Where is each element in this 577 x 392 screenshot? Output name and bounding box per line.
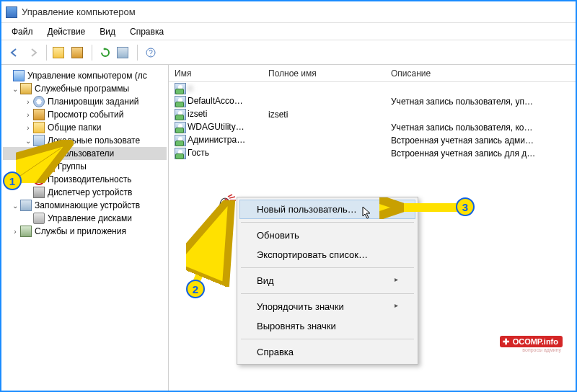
tree-label: Общие папки bbox=[48, 122, 101, 133]
annotation-arrow-1 bbox=[16, 140, 74, 183]
tree-label: Планировщик заданий bbox=[48, 97, 138, 107]
cell-description: Учетная запись пользователя, уп… bbox=[385, 97, 576, 107]
expand-icon[interactable]: › bbox=[23, 124, 33, 132]
list-item[interactable]: WDAGUtility… Учетная запись пользователя… bbox=[169, 121, 576, 134]
menu-help[interactable]: Справка bbox=[124, 25, 169, 38]
watermark-subtext: вопросы админу bbox=[522, 347, 561, 352]
expand-icon[interactable]: › bbox=[23, 98, 33, 106]
list-item[interactable]: DefaultAcco… Учетная запись пользователя… bbox=[169, 95, 576, 108]
cell-description: Встроенная учетная запись для д… bbox=[385, 148, 576, 159]
list-item[interactable]: a bbox=[169, 82, 576, 95]
toolbar-help-button[interactable]: ? bbox=[142, 44, 159, 61]
cell-name: WDAGUtility… bbox=[188, 122, 245, 132]
user-icon bbox=[175, 148, 186, 159]
clock-icon bbox=[33, 96, 45, 107]
user-icon bbox=[175, 135, 186, 146]
toolbar-forward-button[interactable] bbox=[25, 44, 42, 61]
device-icon bbox=[33, 187, 45, 198]
expand-icon[interactable]: › bbox=[10, 228, 20, 236]
toolbar-back-button[interactable] bbox=[6, 44, 23, 61]
annotation-arrow-3 bbox=[379, 197, 466, 219]
folder-icon bbox=[33, 122, 45, 133]
cell-name: Гость bbox=[188, 148, 209, 158]
column-description[interactable]: Описание bbox=[385, 68, 576, 79]
menu-separator bbox=[241, 339, 414, 339]
tree-services-apps[interactable]: › Службы и приложения bbox=[3, 225, 167, 238]
menu-item-refresh[interactable]: Обновить bbox=[239, 226, 415, 245]
tree-disk-management[interactable]: Управление дисками bbox=[3, 212, 167, 225]
tree-event-viewer[interactable]: › Просмотр событий bbox=[3, 108, 167, 121]
list-item[interactable]: Администра… Встроенная учетная запись ад… bbox=[169, 134, 576, 147]
toolbar-export-button[interactable] bbox=[115, 44, 133, 61]
cell-name: izseti bbox=[188, 109, 207, 119]
tree-label: Управление дисками bbox=[48, 213, 132, 223]
computer-icon bbox=[13, 70, 25, 81]
watermark-text: OCOMP.info bbox=[513, 337, 558, 346]
annotation-badge-3: 3 bbox=[456, 197, 475, 216]
tree-label: Запоминающие устройств bbox=[35, 200, 140, 210]
menu-separator bbox=[241, 267, 414, 268]
event-icon bbox=[33, 109, 45, 120]
menu-item-export[interactable]: Экспортировать список… bbox=[239, 245, 415, 264]
window-title: Управление компьютером bbox=[22, 6, 136, 17]
cell-name: Администра… bbox=[188, 135, 245, 145]
app-icon bbox=[6, 6, 17, 18]
context-menu: Новый пользователь… Обновить Экспортиров… bbox=[237, 197, 418, 365]
tree-storage[interactable]: ⌄ Запоминающие устройств bbox=[3, 199, 167, 212]
user-icon bbox=[175, 96, 186, 107]
toolbar: ? bbox=[1, 40, 576, 65]
menu-item-view[interactable]: Вид bbox=[239, 271, 415, 290]
user-icon bbox=[175, 83, 186, 94]
cell-fullname: izseti bbox=[263, 110, 385, 120]
tree-label: Службы и приложения bbox=[35, 226, 126, 236]
list-header: Имя Полное имя Описание bbox=[169, 65, 576, 82]
expand-icon[interactable]: › bbox=[23, 111, 33, 119]
titlebar: Управление компьютером bbox=[1, 1, 576, 23]
tools-icon bbox=[20, 83, 32, 94]
options-icon bbox=[71, 47, 83, 58]
tree-label: Служебные программы bbox=[35, 84, 129, 94]
storage-icon bbox=[20, 200, 32, 211]
toolbar-properties-button[interactable] bbox=[51, 44, 69, 61]
collapse-icon[interactable]: ⌄ bbox=[10, 85, 20, 93]
tree-system-tools[interactable]: ⌄ Служебные программы bbox=[3, 82, 167, 95]
tree-label: Диспетчер устройств bbox=[48, 187, 132, 197]
disk-icon bbox=[33, 213, 45, 224]
tree-pane: Управление компьютером (лс ⌄ Служебные п… bbox=[1, 65, 169, 391]
user-icon bbox=[175, 109, 186, 120]
tree-task-scheduler[interactable]: › Планировщик заданий bbox=[3, 95, 167, 108]
toolbar-options-button[interactable] bbox=[70, 44, 87, 61]
menu-file[interactable]: Файл bbox=[6, 25, 39, 38]
toolbar-separator bbox=[137, 45, 138, 61]
toolbar-separator bbox=[46, 45, 47, 61]
tree-device-manager[interactable]: Диспетчер устройств bbox=[3, 186, 167, 199]
tree-label: Управление компьютером (лс bbox=[27, 71, 147, 81]
tree-shared-folders[interactable]: › Общие папки bbox=[3, 121, 167, 134]
menu-separator bbox=[241, 293, 414, 294]
list-item[interactable]: Гость Встроенная учетная запись для д… bbox=[169, 147, 576, 160]
tree-label: Просмотр событий bbox=[48, 110, 123, 120]
annotation-badge-1: 1 bbox=[3, 172, 22, 190]
cell-description: Учетная запись пользователя, ко… bbox=[385, 122, 576, 133]
annotation-arrow-2 bbox=[186, 200, 244, 287]
services-icon bbox=[20, 226, 32, 237]
menu-item-arrange[interactable]: Упорядочить значки bbox=[239, 297, 415, 316]
watermark: OCOMP.info вопросы админу bbox=[500, 336, 563, 347]
svg-text:?: ? bbox=[149, 49, 153, 57]
menu-item-align[interactable]: Выровнять значки bbox=[239, 316, 415, 336]
user-icon bbox=[175, 122, 186, 133]
toolbar-refresh-button[interactable] bbox=[97, 44, 114, 61]
column-name[interactable]: Имя bbox=[169, 68, 263, 79]
tree-root[interactable]: Управление компьютером (лс bbox=[3, 69, 167, 82]
toolbar-separator bbox=[92, 45, 92, 61]
menu-separator bbox=[241, 222, 414, 223]
collapse-icon[interactable]: ⌄ bbox=[10, 202, 20, 210]
menu-item-help[interactable]: Справка bbox=[239, 342, 415, 362]
cursor-icon bbox=[362, 206, 372, 221]
column-fullname[interactable]: Полное имя bbox=[263, 68, 385, 79]
cell-description: Встроенная учетная запись адми… bbox=[385, 135, 576, 146]
menu-action[interactable]: Действие bbox=[42, 25, 92, 38]
annotation-badge-2: 2 bbox=[186, 280, 205, 298]
menu-view[interactable]: Вид bbox=[94, 25, 121, 38]
list-item[interactable]: izseti izseti bbox=[169, 108, 576, 121]
